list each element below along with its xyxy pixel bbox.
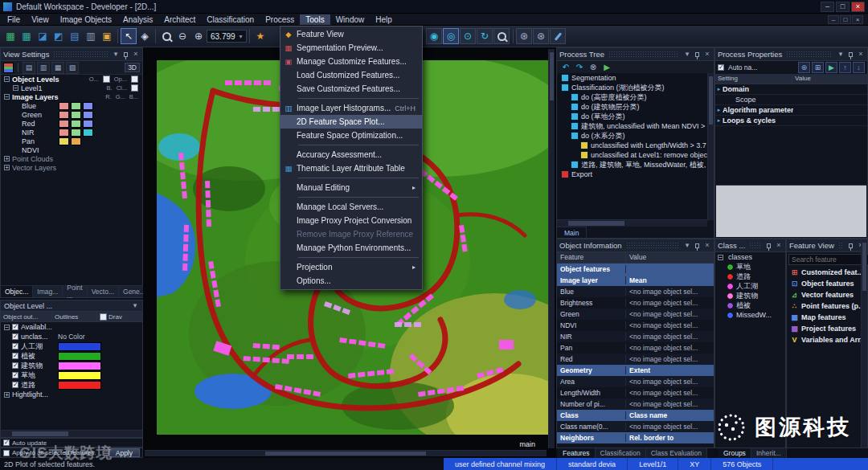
layer-row[interactable]: Pan	[1, 137, 142, 145]
checkbox[interactable]	[12, 353, 18, 359]
redo-icon[interactable]: ↷	[574, 62, 585, 72]
table-row[interactable]: Class name(0... <no image object sel...	[557, 421, 714, 432]
tab-main[interactable]: Main	[557, 227, 587, 238]
auto-update-checkbox[interactable]	[3, 439, 10, 446]
mdi-restore-button[interactable]	[840, 15, 851, 24]
tab-object-levels[interactable]: Objec...	[1, 286, 33, 297]
close-icon[interactable]	[132, 51, 140, 58]
vertical-scrollbar[interactable]	[707, 73, 714, 220]
viewer-horizontal-scrollbar[interactable]	[145, 450, 547, 456]
expander-icon[interactable]	[4, 76, 10, 82]
vertical-scrollbar[interactable]	[861, 239, 867, 448]
feature-view-toggle-icon[interactable]: ★	[252, 28, 268, 44]
class-visibility-row[interactable]: unclas... No Color	[1, 332, 142, 341]
column-header[interactable]: Value	[792, 74, 867, 84]
layer-row[interactable]: NIR	[1, 128, 142, 137]
menu-item-feature-space-optimization[interactable]: Feature Space Optimization... ▸	[280, 129, 422, 142]
layer-row[interactable]: NDVI	[1, 145, 142, 154]
checkbox[interactable]	[131, 84, 138, 92]
menu-image-objects[interactable]: Image Objects	[55, 14, 117, 25]
annotation-pen-icon[interactable]	[550, 28, 566, 44]
tree-item-highlight[interactable]: Hightlight...	[1, 390, 142, 399]
channel-swatch[interactable]	[71, 111, 81, 119]
menu-item-manage-local-servers[interactable]: Manage Local Servers... ▸	[280, 200, 422, 214]
pixel-view-icon[interactable]: ◎	[443, 28, 459, 44]
scrollbar-thumb[interactable]	[12, 431, 68, 436]
close-icon[interactable]	[775, 242, 783, 249]
table-row[interactable]: Green <no image object sel...	[557, 309, 714, 320]
chevron-down-icon[interactable]	[112, 51, 120, 58]
column-header[interactable]: Setting	[715, 74, 792, 84]
menu-item-manual-editing[interactable]: Manual Editing ▸	[280, 181, 422, 194]
domain-settings-icon[interactable]: ⊞	[812, 62, 824, 73]
close-icon[interactable]	[857, 51, 865, 58]
class-item[interactable]: 草地	[715, 262, 785, 272]
checkbox[interactable]	[12, 372, 18, 378]
menu-item-segmentation-preview[interactable]: ▦ Segmentation Preview... ▸	[280, 41, 422, 55]
channel-swatch[interactable]	[83, 129, 93, 137]
channel-swatch[interactable]	[83, 102, 93, 110]
layer-row[interactable]: Blue	[1, 101, 142, 110]
expander-icon[interactable]	[13, 85, 18, 91]
undo-icon[interactable]: ↶	[560, 62, 571, 72]
checkbox[interactable]	[12, 343, 18, 349]
menu-process[interactable]: Process	[260, 14, 300, 25]
class-item[interactable]: MissedW...	[715, 310, 785, 320]
pin-icon[interactable]	[695, 52, 699, 57]
feature-customized[interactable]: ⊞ Customized feat...	[787, 267, 867, 278]
object-mean-view-icon[interactable]: ▧	[66, 62, 79, 74]
zoom-out-icon[interactable]: ⊖	[174, 28, 190, 44]
expander-icon[interactable]	[4, 94, 10, 100]
property-row[interactable]: ▸ Scope	[715, 95, 867, 105]
pin-icon[interactable]	[849, 243, 853, 248]
expander-icon[interactable]	[4, 165, 10, 170]
class-color-swatch[interactable]	[58, 342, 101, 351]
channel-swatch[interactable]	[59, 129, 69, 137]
execute-icon[interactable]: ▶	[825, 62, 837, 73]
process-segmentation[interactable]: Segmentation	[558, 73, 707, 83]
move-up-icon[interactable]: ↑	[839, 62, 851, 73]
3d-toggle[interactable]: 3D	[125, 63, 140, 72]
menu-item-options[interactable]: Options... ▸	[280, 274, 422, 288]
channel-swatch[interactable]	[71, 120, 81, 128]
channel-swatch[interactable]	[71, 129, 81, 137]
chevron-down-icon[interactable]	[131, 302, 139, 309]
horizontal-scrollbar[interactable]	[1, 430, 142, 437]
tab-groups[interactable]: Groups	[719, 448, 751, 458]
close-icon[interactable]	[703, 51, 711, 58]
tree-item[interactable]: Vector Layers	[1, 163, 142, 172]
menu-item-image-proxy-project-conversion[interactable]: Image Proxy Project Conversion ▸	[280, 214, 422, 227]
tree-item[interactable]: Point Clouds	[1, 154, 142, 163]
maximize-button[interactable]	[836, 2, 850, 12]
table-row[interactable]: Image layer Mean	[557, 275, 714, 286]
process-remove-objects[interactable]: unclassified at Level1: remove object	[558, 150, 707, 160]
expander-icon[interactable]: ▸	[715, 86, 723, 92]
scrollbar-thumb[interactable]	[709, 76, 713, 125]
tab-inheritance[interactable]: Inherit...	[751, 448, 787, 458]
menu-item-manage-customize-features[interactable]: ▣ Manage Customize Features... ▸	[280, 55, 422, 68]
property-row[interactable]: ▸ Algorithm parameters	[715, 105, 867, 116]
create-project-icon[interactable]: ▦	[2, 28, 18, 44]
checkbox[interactable]	[131, 76, 138, 83]
menu-item-projection[interactable]: Projection ▸	[280, 260, 422, 274]
class-item[interactable]: 建筑物	[715, 291, 785, 300]
close-button[interactable]	[851, 2, 865, 12]
process-export[interactable]: Export	[558, 170, 707, 179]
channel-swatch[interactable]	[59, 102, 69, 110]
expander-icon[interactable]: ▸	[715, 107, 723, 113]
run-process-icon[interactable]: ▶	[601, 62, 612, 72]
zoom-in-icon[interactable]: ⊕	[190, 28, 207, 44]
tab-features[interactable]: Features	[558, 448, 596, 458]
class-visibility-row[interactable]: 道路	[1, 380, 142, 390]
algorithm-settings-icon[interactable]: ⊛	[798, 62, 810, 73]
column-header[interactable]: Feature	[557, 252, 626, 263]
pixel-view-icon[interactable]: ▦	[51, 62, 64, 74]
process-buildings-ndvi[interactable]: 建筑物, unclassified with Mean NDVI >	[558, 121, 707, 131]
table-row[interactable]: Red <no image object sel...	[557, 354, 714, 365]
open-workspace-icon[interactable]: ▦	[18, 28, 35, 44]
channel-swatch[interactable]	[59, 111, 69, 119]
chevron-down-icon[interactable]	[837, 51, 845, 58]
menu-item-load-customized-features[interactable]: Load Customized Features... ▸	[280, 68, 422, 82]
panel-drag-handle[interactable]	[608, 51, 679, 58]
channel-swatch[interactable]	[71, 137, 81, 145]
